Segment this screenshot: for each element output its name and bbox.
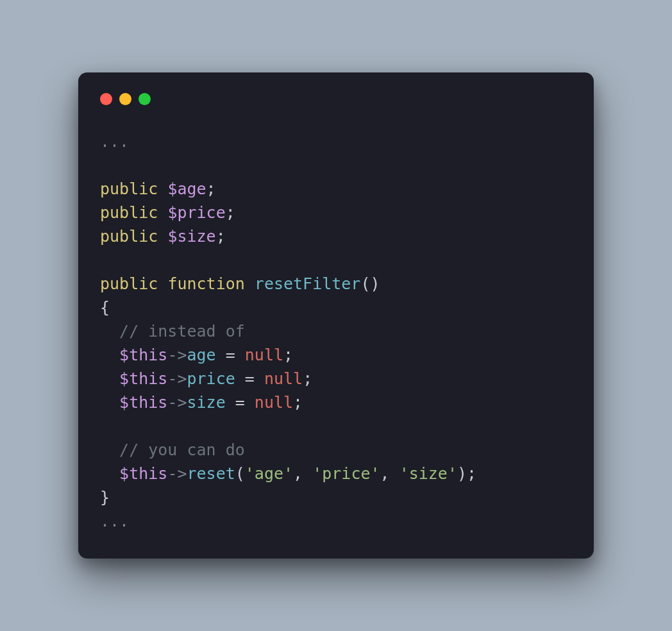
indent xyxy=(100,393,119,412)
code-window: ... public $age; public $price; public $… xyxy=(78,72,594,559)
this-var: $this xyxy=(119,464,167,483)
null-keyword: null xyxy=(264,369,303,388)
method-reset: reset xyxy=(187,464,235,483)
keyword-public: public xyxy=(100,180,158,198)
comment: // instead of xyxy=(119,322,245,341)
semicolon: ; xyxy=(293,393,303,412)
semicolon: ; xyxy=(206,180,216,198)
equals: = xyxy=(216,346,245,364)
arrow: -> xyxy=(167,393,187,412)
string-price: 'price' xyxy=(312,464,380,483)
function-name: resetFilter xyxy=(255,274,361,293)
semicolon: ; xyxy=(303,369,312,388)
var-size: $size xyxy=(167,227,215,246)
keyword-public: public xyxy=(100,227,158,246)
traffic-lights xyxy=(100,93,572,105)
minimize-icon[interactable] xyxy=(119,93,131,105)
equals: = xyxy=(235,369,264,388)
close-icon[interactable] xyxy=(100,93,112,105)
string-size: 'size' xyxy=(399,464,457,483)
paren-open: ( xyxy=(235,464,245,483)
var-age: $age xyxy=(167,180,206,198)
indent xyxy=(100,441,119,459)
null-keyword: null xyxy=(245,346,283,364)
code-block: ... public $age; public $price; public $… xyxy=(100,130,572,533)
semicolon: ; xyxy=(216,227,226,246)
comment: // you can do xyxy=(119,441,245,459)
arrow: -> xyxy=(167,346,187,364)
comma: , xyxy=(293,464,312,483)
indent xyxy=(100,346,119,364)
prop-price: price xyxy=(187,369,235,388)
paren-close: ) xyxy=(457,464,467,483)
semicolon: ; xyxy=(226,203,235,222)
var-price: $price xyxy=(167,203,225,222)
this-var: $this xyxy=(119,369,167,388)
maximize-icon[interactable] xyxy=(139,93,151,105)
ellipsis: ... xyxy=(100,512,129,530)
indent xyxy=(100,369,119,388)
keyword-function: function xyxy=(167,274,244,293)
this-var: $this xyxy=(119,393,167,412)
comma: , xyxy=(380,464,399,483)
prop-age: age xyxy=(187,346,215,364)
arrow: -> xyxy=(167,464,187,483)
null-keyword: null xyxy=(255,393,293,412)
ellipsis: ... xyxy=(100,132,129,151)
this-var: $this xyxy=(119,346,167,364)
equals: = xyxy=(226,393,255,412)
indent xyxy=(100,322,119,341)
arrow: -> xyxy=(167,369,187,388)
semicolon: ; xyxy=(283,346,293,364)
prop-size: size xyxy=(187,393,225,412)
semicolon: ; xyxy=(467,464,476,483)
parens: () xyxy=(360,274,380,293)
brace-close: } xyxy=(100,488,110,507)
brace-open: { xyxy=(100,298,110,317)
string-age: 'age' xyxy=(245,464,293,483)
keyword-public: public xyxy=(100,203,158,222)
keyword-public: public xyxy=(100,274,158,293)
indent xyxy=(100,464,119,483)
